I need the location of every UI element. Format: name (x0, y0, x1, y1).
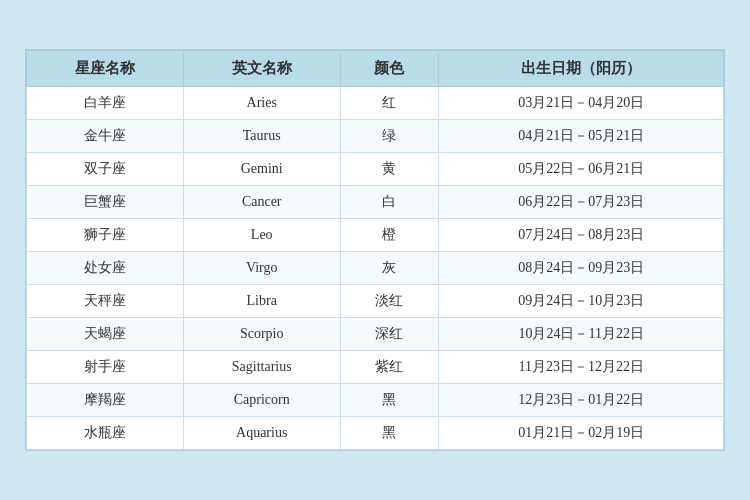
cell-english-name: Leo (183, 219, 340, 252)
cell-dates: 07月24日－08月23日 (439, 219, 724, 252)
cell-color: 黑 (340, 384, 439, 417)
cell-color: 深红 (340, 318, 439, 351)
zodiac-table-container: 星座名称 英文名称 颜色 出生日期（阳历） 白羊座Aries红03月21日－04… (25, 49, 725, 451)
cell-color: 黑 (340, 417, 439, 450)
header-color: 颜色 (340, 51, 439, 87)
cell-english-name: Aries (183, 87, 340, 120)
cell-color: 橙 (340, 219, 439, 252)
cell-color: 白 (340, 186, 439, 219)
cell-dates: 03月21日－04月20日 (439, 87, 724, 120)
cell-chinese-name: 金牛座 (27, 120, 184, 153)
cell-color: 黄 (340, 153, 439, 186)
cell-color: 灰 (340, 252, 439, 285)
cell-english-name: Aquarius (183, 417, 340, 450)
table-row: 天蝎座Scorpio深红10月24日－11月22日 (27, 318, 724, 351)
cell-chinese-name: 摩羯座 (27, 384, 184, 417)
cell-color: 紫红 (340, 351, 439, 384)
table-row: 摩羯座Capricorn黑12月23日－01月22日 (27, 384, 724, 417)
table-row: 处女座Virgo灰08月24日－09月23日 (27, 252, 724, 285)
table-row: 狮子座Leo橙07月24日－08月23日 (27, 219, 724, 252)
cell-chinese-name: 射手座 (27, 351, 184, 384)
cell-chinese-name: 巨蟹座 (27, 186, 184, 219)
table-header-row: 星座名称 英文名称 颜色 出生日期（阳历） (27, 51, 724, 87)
cell-dates: 12月23日－01月22日 (439, 384, 724, 417)
table-row: 水瓶座Aquarius黑01月21日－02月19日 (27, 417, 724, 450)
cell-english-name: Virgo (183, 252, 340, 285)
cell-chinese-name: 天秤座 (27, 285, 184, 318)
cell-dates: 06月22日－07月23日 (439, 186, 724, 219)
header-english-name: 英文名称 (183, 51, 340, 87)
cell-dates: 04月21日－05月21日 (439, 120, 724, 153)
cell-english-name: Scorpio (183, 318, 340, 351)
cell-chinese-name: 水瓶座 (27, 417, 184, 450)
cell-dates: 05月22日－06月21日 (439, 153, 724, 186)
header-chinese-name: 星座名称 (27, 51, 184, 87)
zodiac-table: 星座名称 英文名称 颜色 出生日期（阳历） 白羊座Aries红03月21日－04… (26, 50, 724, 450)
cell-dates: 11月23日－12月22日 (439, 351, 724, 384)
table-row: 射手座Sagittarius紫红11月23日－12月22日 (27, 351, 724, 384)
cell-color: 淡红 (340, 285, 439, 318)
table-row: 双子座Gemini黄05月22日－06月21日 (27, 153, 724, 186)
cell-english-name: Libra (183, 285, 340, 318)
cell-chinese-name: 双子座 (27, 153, 184, 186)
cell-dates: 08月24日－09月23日 (439, 252, 724, 285)
cell-english-name: Capricorn (183, 384, 340, 417)
cell-chinese-name: 处女座 (27, 252, 184, 285)
cell-color: 绿 (340, 120, 439, 153)
header-dates: 出生日期（阳历） (439, 51, 724, 87)
cell-dates: 01月21日－02月19日 (439, 417, 724, 450)
table-row: 金牛座Taurus绿04月21日－05月21日 (27, 120, 724, 153)
table-row: 天秤座Libra淡红09月24日－10月23日 (27, 285, 724, 318)
cell-chinese-name: 狮子座 (27, 219, 184, 252)
cell-english-name: Taurus (183, 120, 340, 153)
cell-chinese-name: 天蝎座 (27, 318, 184, 351)
table-row: 巨蟹座Cancer白06月22日－07月23日 (27, 186, 724, 219)
cell-dates: 09月24日－10月23日 (439, 285, 724, 318)
cell-chinese-name: 白羊座 (27, 87, 184, 120)
cell-color: 红 (340, 87, 439, 120)
cell-english-name: Sagittarius (183, 351, 340, 384)
cell-english-name: Gemini (183, 153, 340, 186)
table-row: 白羊座Aries红03月21日－04月20日 (27, 87, 724, 120)
cell-english-name: Cancer (183, 186, 340, 219)
cell-dates: 10月24日－11月22日 (439, 318, 724, 351)
